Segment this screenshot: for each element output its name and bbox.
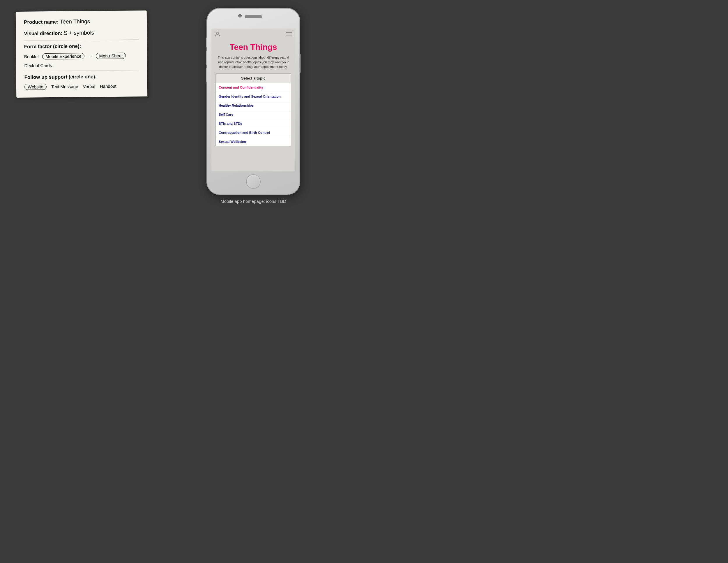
phone-caption: Mobile app homepage: icons TBD [220,199,286,204]
phone-device: Teen Things This app contains questions … [207,8,300,195]
topic-list: Consent and Confidentiality Gender Ident… [216,83,291,146]
phone-button-vol-down [206,68,207,82]
follow-up-handout: Handout [100,84,116,89]
app-description: This app contains questions about differ… [215,55,291,69]
follow-up-row: Website Text Message Verbal Handout [24,83,139,90]
note-card: Product name: Teen Things Visual directi… [16,10,148,98]
hamburger-line-1 [286,32,292,33]
phone-button-power [299,54,301,73]
form-factor-arrow: → [88,53,92,58]
select-topic-header: Select a topic [216,74,291,83]
form-factor-booklet: Booklet [24,54,39,59]
topic-box: Select a topic Consent and Confidentiali… [215,73,291,146]
form-factor-row: Booklet Mobile Experience → Menu Sheet D… [24,52,139,68]
topic-item-contraception[interactable]: Contraception and Birth Control [216,128,291,137]
hamburger-line-3 [286,36,292,36]
phone-speaker [245,15,262,18]
product-name-label: Product name: [24,19,59,25]
topic-item-consent[interactable]: Consent and Confidentiality [216,83,291,92]
form-factor-label: Form factor (circle one): [24,43,81,50]
phone-button-vol-up [206,51,207,65]
phone-wrapper: Teen Things This app contains questions … [207,8,300,204]
hamburger-menu[interactable] [286,32,292,36]
topic-item-selfcare[interactable]: Self Care [216,110,291,119]
follow-up-label: Follow up support (circle one): [24,74,97,80]
topic-item-stis[interactable]: STIs and STDs [216,119,291,128]
visual-direction-label: Visual direction: [24,30,62,36]
screen-topbar [211,29,295,40]
hamburger-line-2 [286,34,292,34]
follow-up-text: Text Message [51,84,78,89]
phone-home-button[interactable] [246,174,261,189]
form-factor-mobile: Mobile Experience [42,53,85,59]
follow-up-website: Website [24,84,47,90]
form-factor-cards: Deck of Cards [24,63,52,68]
screen-content: Teen Things This app contains questions … [211,40,295,171]
user-icon[interactable] [214,31,221,37]
topic-item-relationships[interactable]: Healthy Relationships [216,101,291,110]
follow-up-verbal: Verbal [83,84,95,89]
app-title: Teen Things [215,43,291,52]
visual-direction-value: S + symbols [64,29,94,36]
form-factor-menusheet: Menu Sheet [96,52,126,59]
phone-button-mute [206,38,207,47]
topic-item-gender[interactable]: Gender Identity and Sexual Orientation [216,92,291,101]
topic-item-wellbeing[interactable]: Sexual Wellbeing [216,137,291,146]
phone-camera [238,14,242,17]
phone-screen: Teen Things This app contains questions … [211,29,295,171]
product-name-value: Teen Things [60,18,90,25]
svg-point-0 [216,32,218,34]
